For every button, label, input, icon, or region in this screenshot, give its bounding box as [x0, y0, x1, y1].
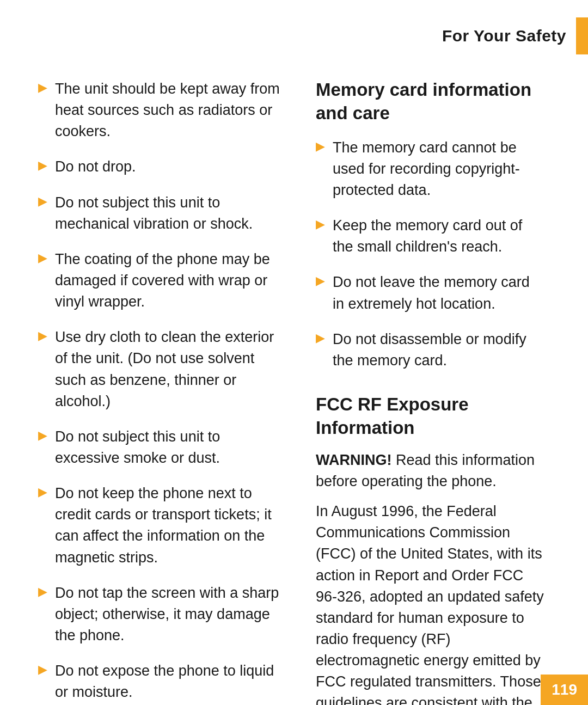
list-item: ▶ Do not disassemble or modify the memor… [316, 329, 544, 371]
list-item: ▶ Do not keep the phone next to credit c… [38, 483, 289, 568]
list-item: ▶ The unit should be kept away from heat… [38, 78, 289, 142]
list-item: ▶ Do not drop. [38, 156, 289, 177]
bullet-arrow-icon: ▶ [38, 661, 47, 678]
bullet-arrow-icon: ▶ [38, 584, 47, 600]
bullet-arrow-icon: ▶ [316, 330, 325, 347]
header-inner: For Your Safety [404, 0, 588, 68]
fcc-section-title: FCC RF Exposure Information [316, 393, 544, 440]
memory-section: Memory card information and care ▶ The m… [316, 78, 544, 371]
bullet-item-text: Do not expose the phone to liquid or moi… [55, 660, 289, 703]
bullet-arrow-icon: ▶ [38, 250, 47, 267]
bullet-item-text: Keep the memory card out of the small ch… [333, 215, 544, 258]
memory-bullet-list: ▶ The memory card cannot be used for rec… [316, 137, 544, 371]
bullet-item-text: Do not tap the screen with a sharp objec… [55, 583, 289, 646]
fcc-warning-paragraph: WARNING! Read this information before op… [316, 450, 544, 492]
bullet-item-text: Do not leave the memory card in extremel… [333, 272, 544, 314]
bullet-item-text: Do not subject this unit to mechanical v… [55, 192, 289, 235]
bullet-arrow-icon: ▶ [316, 273, 325, 290]
list-item: ▶ Keep the memory card out of the small … [316, 215, 544, 258]
bullet-item-text: Do not disassemble or modify the memory … [333, 329, 544, 371]
list-item: ▶ Use dry cloth to clean the exterior of… [38, 327, 289, 412]
fcc-section: FCC RF Exposure Information WARNING! Rea… [316, 393, 544, 705]
bullet-arrow-icon: ▶ [38, 427, 47, 444]
left-bullet-list: ▶ The unit should be kept away from heat… [38, 78, 289, 705]
right-column: Memory card information and care ▶ The m… [316, 78, 544, 705]
list-item: ▶ Do not leave the memory card in extrem… [316, 272, 544, 314]
bullet-arrow-icon: ▶ [38, 193, 47, 210]
list-item: ▶ Do not tap the screen with a sharp obj… [38, 583, 289, 646]
warning-label: WARNING! [316, 452, 391, 468]
fcc-body-text: In August 1996, the Federal Communicatio… [316, 501, 544, 705]
page-number: 119 [541, 675, 588, 705]
left-column: ▶ The unit should be kept away from heat… [38, 78, 289, 705]
bullet-item-text: Do not drop. [55, 156, 136, 177]
bullet-arrow-icon: ▶ [38, 328, 47, 345]
bullet-arrow-icon: ▶ [38, 157, 47, 174]
list-item: ▶ The memory card cannot be used for rec… [316, 137, 544, 201]
page-header-title: For Your Safety [442, 27, 566, 45]
list-item: ▶ Do not expose the phone to liquid or m… [38, 660, 289, 703]
bullet-item-text: Use dry cloth to clean the exterior of t… [55, 327, 289, 412]
bullet-item-text: Do not keep the phone next to credit car… [55, 483, 289, 568]
bullet-item-text: The coating of the phone may be damaged … [55, 249, 289, 312]
page-header: For Your Safety [0, 0, 588, 68]
bullet-arrow-icon: ▶ [316, 216, 325, 233]
bullet-arrow-icon: ▶ [316, 138, 325, 155]
header-accent-bar [576, 17, 588, 54]
bullet-item-text: The unit should be kept away from heat s… [55, 78, 289, 142]
bullet-item-text: Do not subject this unit to excessive sm… [55, 426, 289, 469]
list-item: ▶ Do not subject this unit to mechanical… [38, 192, 289, 235]
bullet-arrow-icon: ▶ [38, 484, 47, 501]
bullet-arrow-icon: ▶ [38, 79, 47, 96]
memory-section-title: Memory card information and care [316, 78, 544, 125]
content-area: ▶ The unit should be kept away from heat… [0, 68, 588, 705]
bullet-item-text: The memory card cannot be used for recor… [333, 137, 544, 201]
list-item: ▶ The coating of the phone may be damage… [38, 249, 289, 312]
list-item: ▶ Do not subject this unit to excessive … [38, 426, 289, 469]
